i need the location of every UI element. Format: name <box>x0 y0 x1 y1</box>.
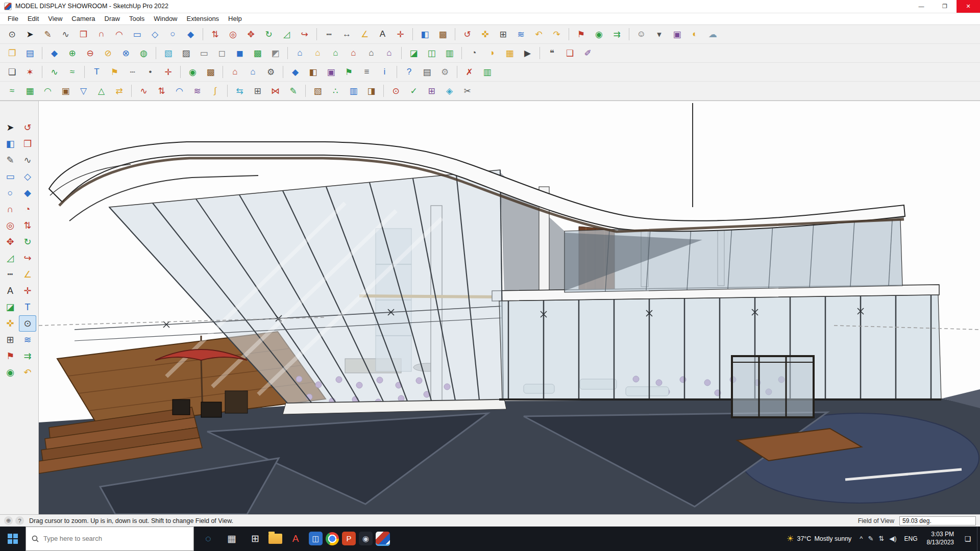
move-icon[interactable]: ✥ <box>2 234 19 250</box>
rotate-icon[interactable]: ↻ <box>260 27 277 42</box>
bezier-curve-icon[interactable]: ∿ <box>135 83 152 98</box>
3d-warehouse-icon[interactable]: ⌂ <box>244 64 261 80</box>
maximize-button[interactable]: ❐ <box>933 0 957 13</box>
match-photo-icon[interactable]: ◔ <box>465 45 482 61</box>
follow-me-icon[interactable]: ↪ <box>296 27 313 42</box>
solid-inspector-icon[interactable]: ⊙ <box>387 83 404 98</box>
rotated-rectangle-icon[interactable]: ◇ <box>19 168 36 185</box>
rotated-rectangle-icon[interactable]: ◇ <box>146 27 163 42</box>
entity-info-icon[interactable]: i <box>376 64 393 80</box>
menu-extensions[interactable]: Extensions <box>182 14 224 23</box>
freehand-icon[interactable]: ∿ <box>19 152 36 168</box>
stamp-icon[interactable]: ▣ <box>57 83 74 98</box>
rectangle-icon[interactable]: ▭ <box>2 168 19 185</box>
smoove-icon[interactable]: ◠ <box>39 83 56 98</box>
section-plane-icon[interactable]: ◪ <box>2 299 19 315</box>
rotate-icon[interactable]: ↻ <box>19 234 36 250</box>
look-around-icon[interactable]: ◉ <box>591 27 607 42</box>
polygon-icon[interactable]: ◆ <box>19 185 36 201</box>
offset-icon[interactable]: ◎ <box>2 217 19 234</box>
scenes-icon[interactable]: ▦ <box>501 45 518 61</box>
protractor-icon[interactable]: ∠ <box>19 266 36 283</box>
quad-face-tools-icon[interactable]: ⊞ <box>423 83 440 98</box>
menu-view[interactable]: View <box>43 14 67 23</box>
monochrome-icon[interactable]: ◩ <box>267 45 284 61</box>
shaded-icon[interactable]: ◼ <box>231 45 248 61</box>
select-icon[interactable]: ➤ <box>21 27 38 42</box>
3d-text-icon[interactable]: T <box>19 299 36 315</box>
drape-icon[interactable]: ▽ <box>75 83 92 98</box>
menu-window[interactable]: Window <box>149 14 182 23</box>
circle-icon[interactable]: ○ <box>2 185 19 201</box>
cortana-icon[interactable]: ◌ <box>198 528 218 550</box>
zoom-extents-icon[interactable]: ≋ <box>512 27 529 42</box>
materials-icon[interactable]: ▩ <box>434 27 451 42</box>
polygon-icon[interactable]: ◆ <box>182 27 199 42</box>
office-icon[interactable]: P <box>342 532 356 545</box>
help-icon[interactable]: ? <box>15 516 24 525</box>
arc-icon[interactable]: ∩ <box>2 201 19 217</box>
steam-icon[interactable]: ◉ <box>359 532 373 545</box>
iso-view-icon[interactable]: ⌂ <box>291 45 308 61</box>
solid-trim-icon[interactable]: ⊘ <box>100 45 116 61</box>
xray-icon[interactable]: ▧ <box>160 45 177 61</box>
file-explorer-icon[interactable] <box>268 534 282 544</box>
menu-draw[interactable]: Draw <box>100 14 125 23</box>
eraser-icon[interactable]: ❒ <box>19 136 36 152</box>
style-edit-icon[interactable]: ✐ <box>579 45 596 61</box>
language-indicator[interactable]: ENG <box>900 535 922 542</box>
generate-report-icon[interactable]: ▥ <box>479 64 496 80</box>
eraser-icon[interactable]: ❒ <box>75 27 92 42</box>
zoom-icon[interactable]: ⊙ <box>4 27 20 42</box>
move-icon[interactable]: ✥ <box>242 27 259 42</box>
shadow-settings-icon[interactable]: ◑ <box>483 45 500 61</box>
protractor-icon[interactable]: ∠ <box>356 27 373 42</box>
zoom-window-icon[interactable]: ⊞ <box>2 332 19 348</box>
dimension-icon[interactable]: ↔ <box>338 27 355 42</box>
profile-builder-icon[interactable]: ▥ <box>345 83 362 98</box>
select-icon[interactable]: ➤ <box>2 119 19 136</box>
curviloft-icon[interactable]: ≋ <box>189 83 206 98</box>
account-dropdown-icon[interactable]: ▾ <box>651 27 668 42</box>
search-input[interactable] <box>43 535 188 542</box>
pan-icon[interactable]: ✜ <box>2 315 19 332</box>
solid-union-icon[interactable]: ⊕ <box>64 45 81 61</box>
clock[interactable]: 3:03 PM 8/13/2023 <box>922 531 959 546</box>
offset-icon[interactable]: ◎ <box>225 27 241 42</box>
text-icon[interactable]: A <box>2 283 19 299</box>
instructor-icon[interactable]: ? <box>401 64 418 80</box>
scale-icon[interactable]: ◿ <box>2 250 19 266</box>
next-view-icon[interactable]: ↷ <box>548 27 565 42</box>
skin-icon[interactable]: ▧ <box>309 83 326 98</box>
purge-unused-icon[interactable]: ✗ <box>461 64 478 80</box>
flip-edge-icon[interactable]: ⇄ <box>111 83 128 98</box>
comment-icon[interactable]: ❝ <box>544 45 560 61</box>
weld-icon[interactable]: ⋈ <box>267 83 284 98</box>
animation-play-icon[interactable]: ▶ <box>519 45 536 61</box>
line-icon[interactable]: ✎ <box>2 152 19 168</box>
joint-push-pull-icon[interactable]: ⇅ <box>153 83 170 98</box>
close-button[interactable]: ✕ <box>957 0 980 13</box>
materials-panel-icon[interactable]: ◧ <box>305 64 322 80</box>
freehand-icon[interactable]: ∿ <box>57 27 74 42</box>
paint-bucket-icon[interactable]: ◧ <box>416 27 433 42</box>
arc-icon[interactable]: ∩ <box>93 27 110 42</box>
outliner-icon[interactable]: ≡ <box>358 64 375 80</box>
construction-line-icon[interactable]: ┄ <box>124 64 141 80</box>
axes-icon[interactable]: ✛ <box>392 27 409 42</box>
circle-icon[interactable]: ○ <box>164 27 181 42</box>
field-of-view-input[interactable] <box>899 516 976 525</box>
shadows-icon[interactable]: ◐ <box>687 27 703 42</box>
viewport[interactable] <box>39 101 980 514</box>
push-pull-icon[interactable]: ⇅ <box>19 217 36 234</box>
extension-warehouse-icon[interactable]: ⌂ <box>227 64 243 80</box>
pan-icon[interactable]: ✜ <box>477 27 494 42</box>
zoom-icon[interactable]: ⊙ <box>19 315 36 332</box>
scale-icon[interactable]: ◿ <box>278 27 295 42</box>
weather-widget[interactable]: ☀ 37°C Mostly sunny <box>781 527 856 551</box>
menu-edit[interactable]: Edit <box>23 14 43 23</box>
pen-icon[interactable]: ✎ <box>868 535 873 542</box>
layout-icon[interactable]: ❑ <box>561 45 578 61</box>
voronoi-icon[interactable]: ◈ <box>441 83 458 98</box>
wireframe-icon[interactable]: ▭ <box>195 45 212 61</box>
